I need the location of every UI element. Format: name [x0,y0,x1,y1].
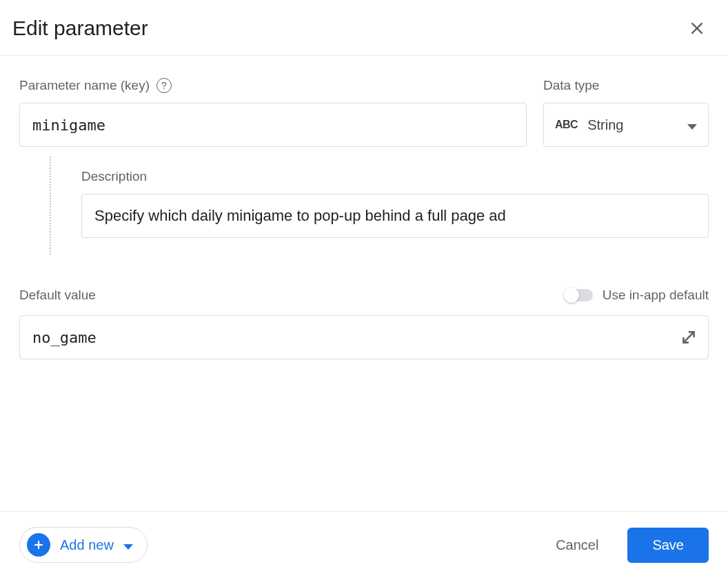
default-value-section: Default value Use in-app default [19,288,709,359]
dropdown-triangle-icon [123,537,133,553]
top-row: Parameter name (key) ? Data type ABC Str… [19,78,709,147]
tree-connector [19,157,81,238]
default-value-header: Default value Use in-app default [19,288,709,303]
parameter-name-group: Parameter name (key) ? [19,78,527,147]
description-section: Description [19,157,709,238]
description-content: Description [81,157,709,238]
default-value-input[interactable] [19,315,709,359]
default-value-input-wrapper [19,315,709,359]
close-button[interactable] [685,17,709,40]
data-type-label: Data type [543,78,709,93]
dialog-title: Edit parameter [12,17,148,40]
string-type-icon: ABC [555,119,578,131]
dialog-header: Edit parameter [0,0,728,56]
parameter-name-input[interactable] [19,103,527,147]
plus-icon [27,533,50,557]
description-label: Description [81,169,709,184]
use-in-app-default-toggle[interactable] [565,289,593,301]
footer-right: Cancel Save [546,528,709,563]
close-icon [688,19,706,37]
dialog-footer: Add new Cancel Save [0,511,728,578]
data-type-select[interactable]: ABC String [543,103,709,147]
svg-line-2 [683,332,694,342]
use-in-app-default-group: Use in-app default [565,288,709,303]
default-value-label: Default value [19,288,96,303]
add-new-button[interactable]: Add new [19,527,148,563]
expand-icon[interactable] [680,328,698,346]
toggle-label: Use in-app default [603,288,709,303]
dialog-body: Parameter name (key) ? Data type ABC Str… [0,56,728,511]
cancel-button[interactable]: Cancel [546,530,608,560]
parameter-name-label: Parameter name (key) ? [19,78,527,93]
toggle-knob [564,288,579,303]
edit-parameter-dialog: Edit parameter Parameter name (key) ? Da… [0,0,728,578]
data-type-value: String [587,117,678,133]
help-icon[interactable]: ? [156,78,172,93]
data-type-group: Data type ABC String [543,78,709,147]
chevron-down-icon [687,117,697,133]
parameter-name-label-text: Parameter name (key) [19,78,150,93]
description-input[interactable] [81,194,709,238]
add-new-label: Add new [60,537,114,553]
save-button[interactable]: Save [627,528,709,563]
